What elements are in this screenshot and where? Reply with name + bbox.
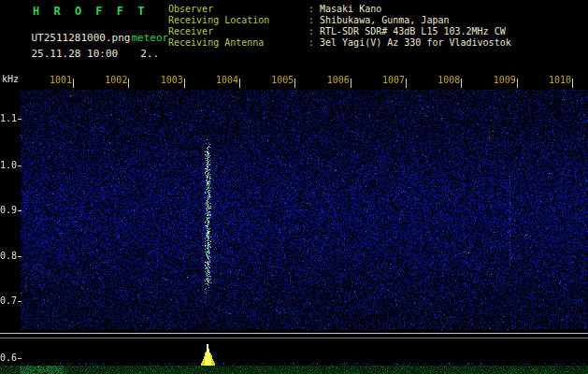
x-tick-mark (294, 79, 295, 88)
x-tick-label: 1008 (437, 75, 460, 85)
info-colon: : (308, 4, 320, 15)
info-row: Observer:Masaki Kano (168, 4, 511, 15)
x-tick-label: 1006 (327, 75, 350, 85)
x-tick-label: 1001 (50, 75, 72, 85)
info-label: Receiver (168, 26, 308, 37)
datetime-line: 25.11.28 10:002.. (7, 36, 159, 72)
y-tick-label: 0.7 (0, 295, 17, 306)
observation-datetime: 25.11.28 10:00 (32, 48, 119, 60)
info-label: Receiving Antenna (168, 37, 308, 49)
info-row: Receiver:RTL-SDR SDR# 43dB L15 103.2MHz … (168, 26, 511, 37)
x-tick-mark (351, 79, 351, 88)
y-axis-unit-label: kHz (2, 74, 19, 84)
x-tick-mark (73, 79, 74, 88)
info-colon: : (308, 15, 320, 26)
info-label: Observer (168, 4, 308, 15)
hrofft-window: H R O F F T UT2511281000.pngmeteor 25.11… (0, 0, 588, 374)
info-row: Receiving Location:Shibukawa, Gunma, Jap… (168, 15, 511, 26)
info-value: Shibukawa, Gunma, Japan (320, 15, 449, 26)
info-value: 3el Yagi(V) Az 330 for Vladivostok (320, 37, 511, 49)
app-title: H R O F F T (33, 5, 148, 18)
y-tick-label: 0.8 (0, 251, 17, 261)
x-tick-mark (406, 79, 407, 88)
spectrogram-canvas (21, 90, 588, 330)
x-tick-mark (239, 79, 240, 88)
station-info-table: Observer:Masaki KanoReceiving Location:S… (168, 4, 511, 49)
y-tick-label: 0.9 (0, 205, 17, 215)
info-row: Receiving Antenna:3el Yagi(V) Az 330 for… (168, 37, 511, 49)
info-label: Receiving Location (168, 15, 308, 26)
frame-counter: 2.. (140, 48, 159, 60)
x-tick-label: 1005 (271, 75, 294, 85)
x-tick-label: 1010 (549, 75, 571, 85)
x-tick-label: 1003 (161, 75, 183, 85)
x-tick-mark (128, 79, 129, 88)
y-tick-label: 1.0 (0, 160, 17, 170)
info-colon: : (308, 26, 320, 37)
x-tick-label: 1007 (382, 75, 405, 85)
x-tick-label: 1009 (494, 75, 516, 85)
x-tick-label: 1004 (216, 75, 238, 85)
x-tick-mark (461, 79, 462, 88)
x-tick-mark (572, 79, 573, 88)
info-colon: : (308, 37, 320, 49)
x-tick-label: 1002 (105, 75, 127, 85)
x-tick-mark (184, 79, 185, 88)
info-value: RTL-SDR SDR# 43dB L15 103.2MHz CW (320, 26, 506, 37)
y-tick-label: 1.1 (0, 113, 17, 123)
x-tick-mark (517, 79, 518, 88)
info-value: Masaki Kano (320, 4, 381, 15)
level-plot-canvas (0, 331, 588, 374)
